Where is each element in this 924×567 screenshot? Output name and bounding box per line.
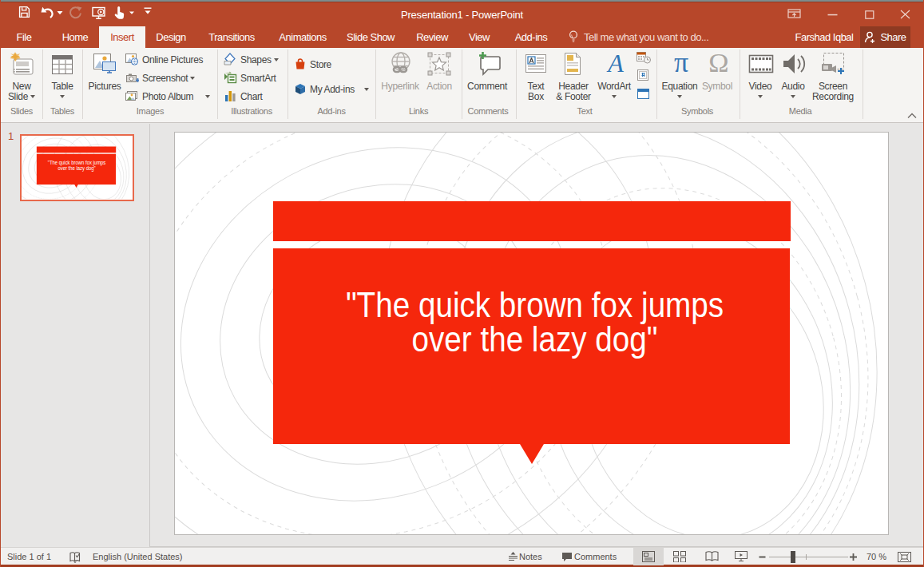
svg-text:Ω: Ω: [708, 50, 728, 77]
svg-text:A: A: [606, 51, 624, 77]
svg-text:π: π: [674, 50, 688, 77]
